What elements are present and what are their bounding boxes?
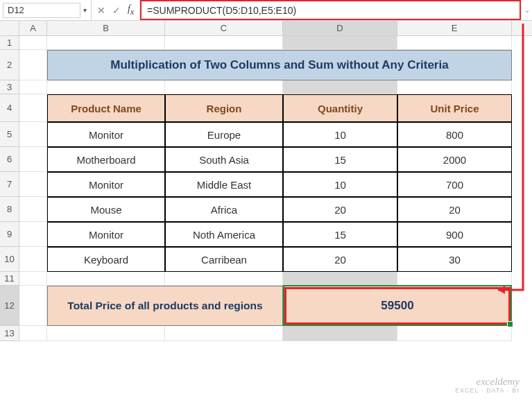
total-value[interactable]: 59500	[283, 286, 512, 326]
cell-region[interactable]: Europe	[165, 122, 283, 147]
formula-bar-expand-icon[interactable]: ⌄	[521, 0, 532, 20]
cell-product[interactable]: Monitor	[47, 172, 165, 197]
cell-unitprice[interactable]: 30	[397, 247, 512, 272]
cell-quantity[interactable]: 10	[283, 122, 397, 147]
cell-product[interactable]: Monitor	[47, 122, 165, 147]
cell-unitprice[interactable]: 900	[397, 222, 512, 247]
cell-unitprice[interactable]: 20	[397, 197, 512, 222]
name-box-dropdown-icon[interactable]: ▾	[83, 6, 88, 14]
row-header-10[interactable]: 10	[0, 247, 19, 272]
row-header-2[interactable]: 2	[0, 50, 19, 80]
cell-quantity[interactable]: 15	[283, 222, 397, 247]
name-box-wrap: D12 ▾	[0, 0, 92, 20]
table-header-quantity[interactable]: Quantitiy	[283, 94, 397, 122]
cell-product[interactable]: Mouse	[47, 197, 165, 222]
row-header-11[interactable]: 11	[0, 272, 19, 286]
table-row: Keyboard Carribean 20 30	[19, 247, 512, 272]
name-box[interactable]: D12	[3, 3, 80, 18]
cell-region[interactable]: Carribean	[165, 247, 283, 272]
cell-product[interactable]: Monitor	[47, 222, 165, 247]
formula-bar-buttons: ✕ ✓ fx	[92, 0, 140, 20]
cell-region[interactable]: South Asia	[165, 147, 283, 172]
fx-icon[interactable]: fx	[128, 3, 134, 17]
row-header-9[interactable]: 9	[0, 222, 19, 247]
cell-unitprice[interactable]: 700	[397, 172, 512, 197]
cell-quantity[interactable]: 15	[283, 147, 397, 172]
formula-bar: D12 ▾ ✕ ✓ fx =SUMPRODUCT(D5:D10,E5:E10) …	[0, 0, 532, 21]
row-header-3[interactable]: 3	[0, 80, 19, 94]
row-header-1[interactable]: 1	[0, 36, 19, 50]
col-header-B[interactable]: B	[47, 21, 165, 35]
cell-unitprice[interactable]: 2000	[397, 147, 512, 172]
total-label[interactable]: Total Price of all products and regions	[47, 286, 283, 326]
watermark-sub: EXCEL · DATA · BI	[455, 388, 520, 394]
cell-region[interactable]: Africa	[165, 197, 283, 222]
row-header-7[interactable]: 7	[0, 172, 19, 197]
spreadsheet-grid: A B C D E 1 2 3 4 5 6 7 8 9 10 11 12 13 …	[0, 21, 532, 405]
table-row: Motherboard South Asia 15 2000	[19, 147, 512, 172]
cell-region[interactable]: Middle East	[165, 172, 283, 197]
row-header-12[interactable]: 12	[0, 286, 19, 326]
row-header-6[interactable]: 6	[0, 147, 19, 172]
watermark: exceldemy EXCEL · DATA · BI	[455, 377, 520, 394]
row-header-4[interactable]: 4	[0, 94, 19, 122]
col-header-A[interactable]: A	[19, 21, 47, 35]
table-row: Monitor Middle East 10 700	[19, 172, 512, 197]
select-all-corner[interactable]	[0, 21, 19, 35]
row-header-5[interactable]: 5	[0, 122, 19, 147]
cell-unitprice[interactable]: 800	[397, 122, 512, 147]
table-header-unitprice[interactable]: Unit Price	[397, 94, 512, 122]
cell-region[interactable]: Noth America	[165, 222, 283, 247]
cell-quantity[interactable]: 20	[283, 197, 397, 222]
table-header-product[interactable]: Product Name	[47, 94, 165, 122]
table-row: Mouse Africa 20 20	[19, 197, 512, 222]
title-banner: Multiplication of Two Columns and Sum wi…	[47, 50, 512, 80]
col-header-E[interactable]: E	[397, 21, 512, 35]
table-row: Monitor Noth America 15 900	[19, 222, 512, 247]
col-header-D[interactable]: D	[283, 21, 397, 35]
cell-quantity[interactable]: 20	[283, 247, 397, 272]
row-header-13[interactable]: 13	[0, 326, 19, 341]
column-headers: A B C D E	[0, 21, 532, 36]
confirm-icon[interactable]: ✓	[112, 5, 121, 16]
table-header-region[interactable]: Region	[165, 94, 283, 122]
col-header-C[interactable]: C	[165, 21, 283, 35]
watermark-brand: exceldemy	[455, 377, 520, 388]
row-header-8[interactable]: 8	[0, 197, 19, 222]
cell-product[interactable]: Motherboard	[47, 147, 165, 172]
table-row: Monitor Europe 10 800	[19, 122, 512, 147]
formula-input[interactable]: =SUMPRODUCT(D5:D10,E5:E10)	[140, 0, 521, 20]
cell-product[interactable]: Keyboard	[47, 247, 165, 272]
cell-quantity[interactable]: 10	[283, 172, 397, 197]
cancel-icon[interactable]: ✕	[97, 5, 105, 16]
